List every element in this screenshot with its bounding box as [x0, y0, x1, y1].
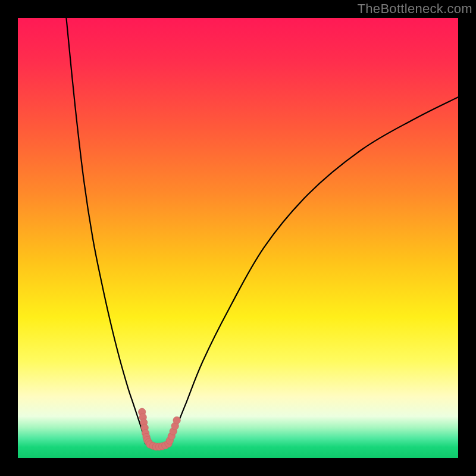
plot-area — [18, 18, 458, 458]
chart-frame: TheBottleneck.com — [0, 0, 476, 476]
marker-dot — [173, 416, 180, 424]
gradient-background — [18, 18, 458, 458]
chart-svg — [18, 18, 458, 458]
watermark-text: TheBottleneck.com — [358, 1, 472, 17]
